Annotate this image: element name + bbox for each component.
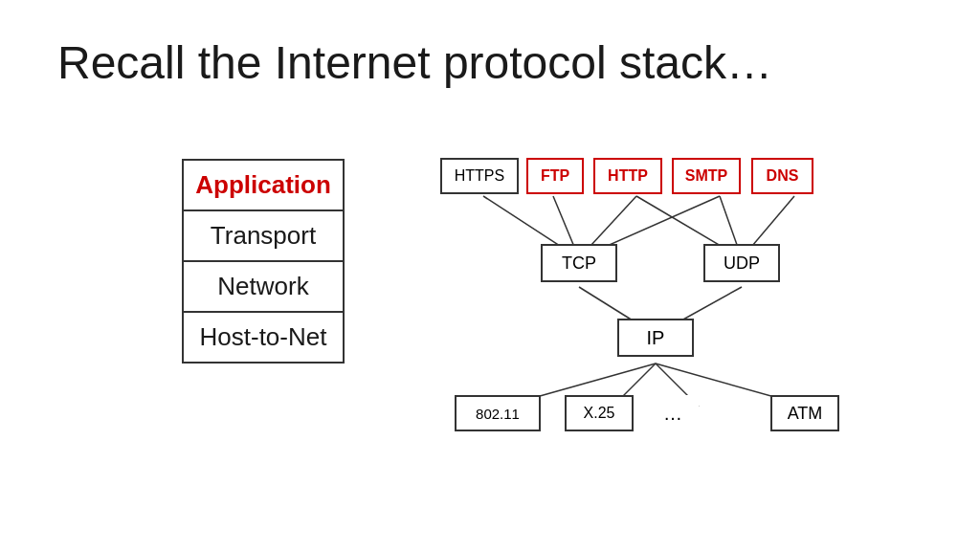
layer-application: Application bbox=[182, 159, 345, 211]
proto-ip: IP bbox=[617, 319, 694, 357]
proto-atm: ATM bbox=[770, 395, 839, 431]
proto-smtp: SMTP bbox=[672, 158, 741, 194]
proto-dots: … bbox=[649, 395, 699, 431]
proto-udp: UDP bbox=[703, 244, 780, 282]
layer-transport: Transport bbox=[182, 209, 345, 262]
page-title: Recall the Internet protocol stack… bbox=[57, 36, 772, 89]
proto-tcp: TCP bbox=[541, 244, 617, 282]
proto-ftp: FTP bbox=[526, 158, 584, 194]
proto-802-11: 802.11 bbox=[455, 395, 541, 431]
protocol-stack-left: Application Transport Network Host-to-Ne… bbox=[182, 161, 345, 364]
proto-http: HTTP bbox=[593, 158, 662, 194]
layer-host-to-net: Host-to-Net bbox=[182, 311, 345, 364]
layer-network: Network bbox=[182, 260, 345, 313]
proto-https: HTTPS bbox=[440, 158, 519, 194]
protocol-diagram-right: HTTPS FTP HTTP SMTP DNS TCP UDP IP 802.1… bbox=[412, 148, 947, 445]
proto-dns: DNS bbox=[751, 158, 813, 194]
proto-x25: X.25 bbox=[565, 395, 634, 431]
